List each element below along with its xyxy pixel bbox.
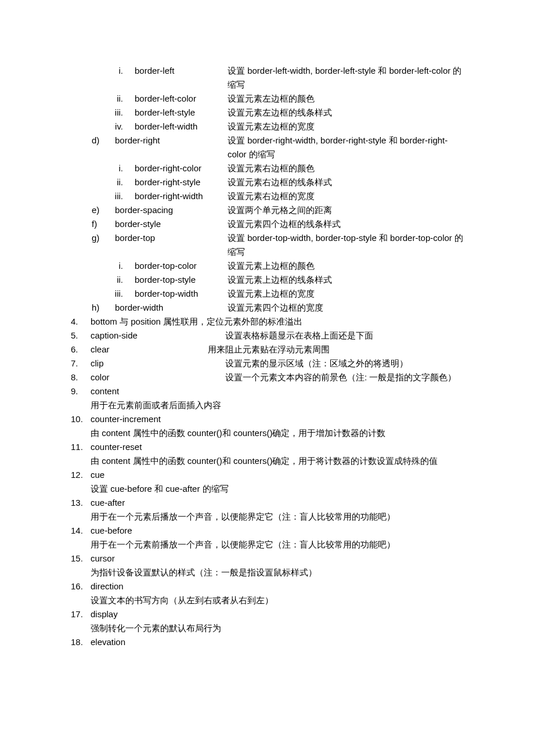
property-term: border-right [115,134,228,161]
property-term: border-top-style [135,273,228,287]
list-item: 5. caption-side 设置表格标题显示在表格上面还是下面 [71,329,464,343]
number-marker: 4. [71,315,91,329]
list-item: d) border-right 设置 border-right-width, b… [81,134,464,161]
number-marker: 18. [71,635,91,649]
property-desc: 设置元素左边框的宽度 [228,120,315,134]
property-desc: 用于在元素前面或者后面插入内容 [91,398,464,412]
property-desc: 为指针设备设置默认的样式（注：一般是指设置鼠标样式） [91,566,464,579]
list-item: 14. cue-before 用于在一个元素前播放一个声音，以便能界定它（注：盲… [71,524,464,552]
list-item: iii. border-left-style 设置元素左边框的线条样式 [81,106,464,120]
list-item: 11. counter-reset 由 content 属性中的函数 count… [71,440,464,468]
list-item: 18. elevation [71,635,464,649]
property-desc: 设置元素上边框的宽度 [228,287,315,301]
property-desc: 设置 border-right-width, border-right-styl… [228,134,464,161]
list-item: iii. border-top-width 设置元素上边框的宽度 [81,287,464,301]
list-item: h) border-width 设置元素四个边框的宽度 [81,301,464,315]
property-desc: 设置两个单元格之间的距离 [228,203,332,217]
list-item: 6. clear 用来阻止元素贴在浮动元素周围 [71,343,464,357]
property-term: border-top-color [135,259,228,273]
list-item: i. border-left 设置 border-left-width, bor… [81,64,464,92]
property-term: border-top [115,231,228,259]
property-term: caption-side [91,329,225,343]
property-term: direction [91,579,464,593]
property-desc: 设置元素左边框的颜色 [228,92,315,106]
property-term: display [91,607,464,621]
list-item: ii. border-right-style 设置元素右边框的线条样式 [81,175,464,189]
list-item: i. border-right-color 设置元素右边框的颜色 [81,161,464,175]
number-marker: 5. [71,329,91,343]
number-marker: 12. [71,468,91,482]
list-item: 4. bottom 与 position 属性联用，定位元素外部的标准溢出 [71,315,464,329]
property-term: border-top-width [135,287,228,301]
property-desc: 设置元素右边框的颜色 [228,161,315,175]
property-desc: 设置 cue-before 和 cue-after 的缩写 [91,482,464,496]
property-term: cue-before [91,524,464,538]
property-term: cue-after [91,496,464,510]
property-term: content [91,384,464,398]
number-marker: 9. [71,384,91,398]
list-item: i. border-top-color 设置元素上边框的颜色 [81,259,464,273]
list-item: iv. border-left-width 设置元素左边框的宽度 [81,120,464,134]
property-term: cursor [91,552,464,566]
property-desc: 设置表格标题显示在表格上面还是下面 [225,329,373,343]
property-desc: 设置文本的书写方向（从左到右或者从右到左） [91,593,464,607]
property-desc: 由 content 属性中的函数 counter()和 counters()确定… [91,426,464,440]
roman-marker: iii. [106,287,135,301]
property-term: border-left-width [135,120,228,134]
list-item: ii. border-left-color 设置元素左边框的颜色 [81,92,464,106]
property-term: border-spacing [115,203,228,217]
property-term: cue [91,468,464,482]
number-marker: 7. [71,357,91,370]
property-desc: 设置元素的显示区域（注：区域之外的将透明） [225,357,408,370]
roman-marker: iv. [106,120,135,134]
number-marker: 14. [71,524,91,538]
property-desc: 设置元素上边框的颜色 [228,259,315,273]
roman-marker: i. [106,259,135,273]
list-item: 7. clip 设置元素的显示区域（注：区域之外的将透明） [71,357,464,370]
number-marker: 10. [71,412,91,426]
property-desc: 用于在一个元素前播放一个声音，以便能界定它（注：盲人比较常用的功能吧） [91,538,464,552]
property-desc: 设置元素四个边框的宽度 [228,301,323,315]
list-item: 12. cue 设置 cue-before 和 cue-after 的缩写 [71,468,464,496]
property-desc: 设置一个元素文本内容的前景色（注: 一般是指的文字颜色） [225,370,456,384]
property-term: color [91,370,225,384]
roman-marker: i. [106,64,135,78]
list-item: 10. counter-increment 由 content 属性中的函数 c… [71,412,464,440]
property-term: border-right-color [135,161,228,175]
number-marker: 8. [71,370,91,384]
property-term: border-left-style [135,106,228,120]
letter-marker: f) [92,217,115,231]
property-term: clip [91,357,225,370]
property-desc: 设置 border-left-width, border-left-style … [228,64,464,92]
letter-marker: d) [92,134,115,147]
property-term: border-width [115,301,228,315]
roman-marker: iii. [106,189,135,203]
roman-marker: i. [106,161,135,175]
property-term: counter-increment [91,412,464,426]
number-marker: 16. [71,579,91,593]
property-term: border-right-width [135,189,228,203]
property-desc: 强制转化一个元素的默认布局行为 [91,621,464,635]
property-term: clear [91,343,208,357]
list-item: g) border-top 设置 border-top-width, borde… [81,231,464,259]
property-desc: bottom 与 position 属性联用，定位元素外部的标准溢出 [91,315,464,329]
list-item: ii. border-top-style 设置元素上边框的线条样式 [81,273,464,287]
list-item: f) border-style 设置元素四个边框的线条样式 [81,217,464,231]
property-term: elevation [91,635,464,649]
property-desc: 用来阻止元素贴在浮动元素周围 [208,343,330,357]
list-item: 9. content 用于在元素前面或者后面插入内容 [71,384,464,412]
number-marker: 11. [71,440,91,454]
list-item: 15. cursor 为指针设备设置默认的样式（注：一般是指设置鼠标样式） [71,552,464,579]
property-term: border-left [135,64,228,92]
list-item: 13. cue-after 用于在一个元素后播放一个声音，以便能界定它（注：盲人… [71,496,464,524]
property-term: border-left-color [135,92,228,106]
list-item: 16. direction 设置文本的书写方向（从左到右或者从右到左） [71,579,464,607]
number-marker: 6. [71,343,91,357]
letter-marker: e) [92,203,115,217]
property-term: counter-reset [91,440,464,454]
number-marker: 17. [71,607,91,621]
roman-marker: ii. [106,92,135,106]
roman-marker: ii. [106,273,135,287]
number-marker: 15. [71,552,91,566]
letter-marker: h) [92,301,115,315]
